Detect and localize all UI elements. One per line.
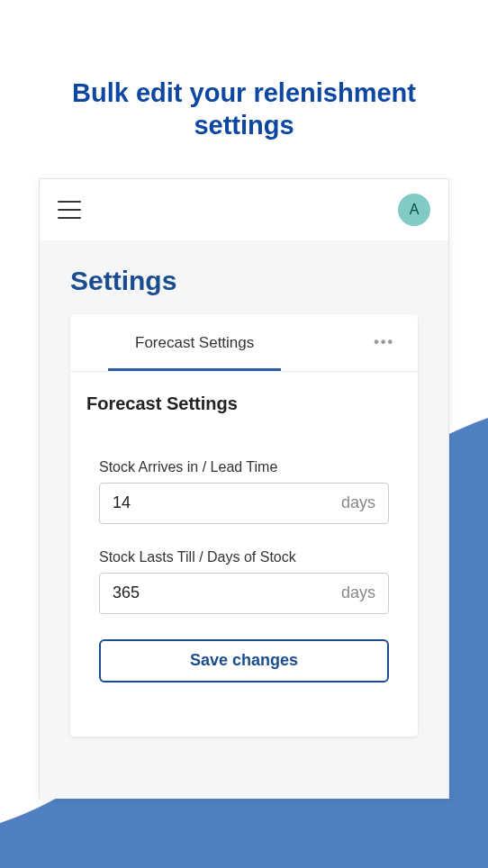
settings-card: Forecast Settings ••• Forecast Settings … bbox=[70, 314, 418, 737]
days-stock-input-wrap: days bbox=[99, 573, 389, 614]
page-title: Settings bbox=[40, 240, 448, 314]
avatar[interactable]: A bbox=[398, 194, 430, 226]
save-button[interactable]: Save changes bbox=[99, 639, 389, 683]
lead-time-label: Stock Arrives in / Lead Time bbox=[99, 459, 389, 475]
lead-time-group: Stock Arrives in / Lead Time days bbox=[99, 459, 389, 524]
lead-time-input-wrap: days bbox=[99, 483, 389, 524]
app-header: A bbox=[40, 179, 448, 240]
days-stock-unit: days bbox=[341, 583, 375, 602]
marketing-headline: Bulk edit your relenishment settings bbox=[0, 0, 488, 178]
tab-bar: Forecast Settings ••• bbox=[70, 314, 418, 372]
lead-time-unit: days bbox=[341, 493, 375, 512]
card-content: Forecast Settings Stock Arrives in / Lea… bbox=[70, 372, 418, 737]
lead-time-input[interactable] bbox=[113, 493, 341, 512]
page-body: Settings Forecast Settings ••• Forecast … bbox=[40, 240, 448, 799]
hamburger-menu-icon[interactable] bbox=[58, 201, 81, 219]
days-stock-input[interactable] bbox=[113, 583, 341, 602]
more-options-icon[interactable]: ••• bbox=[366, 327, 402, 357]
days-stock-label: Stock Lasts Till / Days of Stock bbox=[99, 549, 389, 565]
app-window: A Settings Forecast Settings ••• Forecas… bbox=[39, 178, 449, 799]
tab-forecast-settings[interactable]: Forecast Settings bbox=[108, 314, 281, 371]
days-stock-group: Stock Lasts Till / Days of Stock days bbox=[99, 549, 389, 614]
section-title: Forecast Settings bbox=[86, 393, 402, 414]
